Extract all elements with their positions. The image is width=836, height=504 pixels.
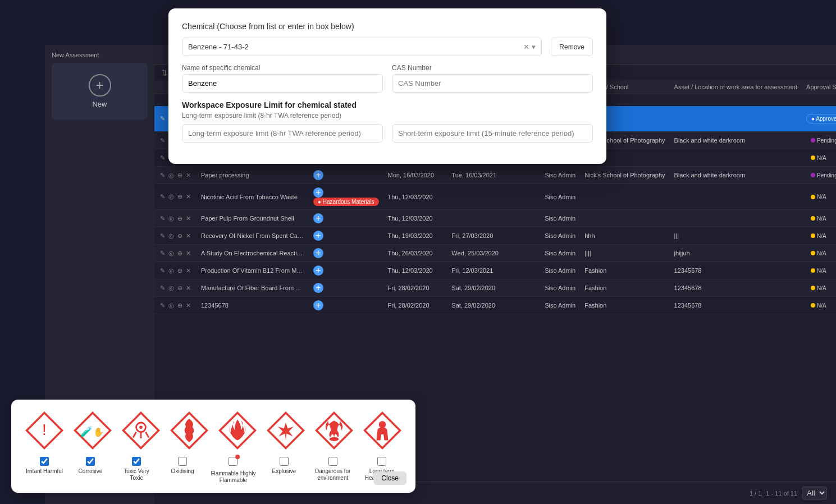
search-row-button[interactable]: ◎ <box>167 267 175 275</box>
chemical-name-input[interactable] <box>182 74 383 93</box>
wel-inputs-row <box>182 124 593 143</box>
new-assessment-button[interactable]: + <box>89 74 111 97</box>
add-row-button[interactable]: ⊕ <box>176 171 184 180</box>
corrosive-checkbox[interactable] <box>86 457 95 466</box>
add-row-button[interactable]: ⊕ <box>176 301 184 310</box>
col-status[interactable]: Approval Status <box>802 80 836 94</box>
cell-next-date: Sat, 29/02/2020 <box>447 297 540 314</box>
chemical-select-wrapper: Benzene - 71-43-2 ✕ ▾ <box>182 38 542 56</box>
cell-date: Fri, 28/02/2020 <box>383 280 447 297</box>
cell-status: ● Approved <box>802 106 836 132</box>
cell-tags: + <box>309 210 383 227</box>
dropdown-icon[interactable]: ▾ <box>532 43 536 51</box>
cas-number-input[interactable] <box>392 74 593 93</box>
delete-row-button[interactable]: ✕ <box>185 301 192 310</box>
environmental-checkbox[interactable] <box>328 457 337 466</box>
hazard-flammable <box>218 411 257 450</box>
hazard-toxic <box>121 411 161 450</box>
delete-row-button[interactable]: ✕ <box>185 249 192 258</box>
table-row: ✎ ◎ ⊕ ✕ Nicotinic Acid From Tobacco Wast… <box>154 184 836 210</box>
hazard-item-oxidising: Oxidising <box>163 457 202 484</box>
add-tag-button[interactable]: + <box>313 231 323 241</box>
irritant-checkbox[interactable] <box>40 457 49 466</box>
chemical-select-display[interactable]: Benzene - 71-43-2 ✕ ▾ <box>182 38 542 56</box>
cell-ref: 12345678 <box>197 297 309 314</box>
add-row-button[interactable]: ⊕ <box>176 214 184 223</box>
dialog-title: Chemical (Choose from list or enter in b… <box>182 22 593 31</box>
delete-row-button[interactable]: ✕ <box>185 284 192 292</box>
svg-marker-5 <box>124 413 159 448</box>
search-row-button[interactable]: ◎ <box>167 232 175 240</box>
edit-button[interactable]: ✎ <box>159 171 166 180</box>
new-assessment-card[interactable]: + New <box>52 63 148 120</box>
oxidising-checkbox[interactable] <box>178 457 187 466</box>
health-icon <box>363 411 402 450</box>
search-row-button[interactable]: ◎ <box>167 284 175 292</box>
cell-status: N/A <box>802 280 836 297</box>
explosive-checkbox[interactable] <box>280 457 289 466</box>
add-row-button[interactable]: ⊕ <box>176 193 184 201</box>
pagination-page: 1 / 1 <box>750 490 761 497</box>
search-row-button[interactable]: ◎ <box>167 301 175 310</box>
irritant-label: Irritant Harmful <box>26 468 63 475</box>
cell-status: N/A <box>802 184 836 210</box>
new-assessment-label: New <box>92 100 107 108</box>
add-tag-button[interactable]: + <box>313 187 323 198</box>
delete-row-button[interactable]: ✕ <box>185 267 192 275</box>
status-badge: N/A <box>806 284 831 292</box>
edit-button[interactable]: ✎ <box>159 154 166 162</box>
edit-button[interactable]: ✎ <box>159 301 166 310</box>
search-row-button[interactable]: ◎ <box>167 214 175 223</box>
cell-tags: + <box>309 245 383 262</box>
tag-badge: ● Hazardous Materials <box>313 198 379 206</box>
health-checkbox[interactable] <box>377 457 386 466</box>
delete-row-button[interactable]: ✕ <box>185 214 192 223</box>
cell-next-date: Wed, 25/03/2020 <box>447 245 540 262</box>
cas-field: CAS Number <box>392 64 593 93</box>
edit-button[interactable]: ✎ <box>159 267 166 275</box>
cell-tags: + <box>309 297 383 314</box>
col-asset[interactable]: Asset / Location of work area for assess… <box>670 80 802 94</box>
add-row-button[interactable]: ⊕ <box>176 267 184 275</box>
clear-icon[interactable]: ✕ <box>523 43 529 51</box>
edit-button[interactable]: ✎ <box>159 114 166 123</box>
svg-text:!: ! <box>42 421 47 438</box>
search-row-button[interactable]: ◎ <box>167 249 175 258</box>
search-row-button[interactable]: ◎ <box>167 193 175 201</box>
add-tag-button[interactable]: + <box>313 300 323 310</box>
add-tag-button[interactable]: + <box>313 265 323 276</box>
cell-ref: Paper processing <box>197 167 309 184</box>
close-button[interactable]: Close <box>373 471 406 485</box>
add-tag-button[interactable]: + <box>313 283 323 293</box>
add-row-button[interactable]: ⊕ <box>176 249 184 258</box>
edit-button[interactable]: ✎ <box>159 214 166 223</box>
cell-assessor: Siso Admin <box>540 262 580 280</box>
remove-button[interactable]: Remove <box>551 38 593 56</box>
add-tag-button[interactable]: + <box>313 248 323 258</box>
add-row-button[interactable]: ⊕ <box>176 284 184 292</box>
cell-assessor: Siso Admin <box>540 184 580 210</box>
status-badge: N/A <box>806 193 831 201</box>
edit-button[interactable]: ✎ <box>159 136 166 145</box>
edit-button[interactable]: ✎ <box>159 232 166 240</box>
add-tag-button[interactable]: + <box>313 170 323 180</box>
cell-date: Thu, 12/03/2020 <box>383 210 447 227</box>
add-row-button[interactable]: ⊕ <box>176 232 184 240</box>
add-tag-button[interactable]: + <box>313 213 323 223</box>
edit-button[interactable]: ✎ <box>159 249 166 258</box>
shortterm-input[interactable] <box>392 124 593 143</box>
delete-row-button[interactable]: ✕ <box>185 171 192 180</box>
delete-row-button[interactable]: ✕ <box>185 232 192 240</box>
toxic-checkbox[interactable] <box>132 457 141 466</box>
longterm-input[interactable] <box>182 124 383 143</box>
search-row-button[interactable]: ◎ <box>167 171 175 180</box>
cell-asset: 12345678 <box>670 262 802 280</box>
edit-button[interactable]: ✎ <box>159 284 166 292</box>
cell-tags: + <box>309 262 383 280</box>
pagination-size-select[interactable]: All <box>802 487 827 500</box>
edit-button[interactable]: ✎ <box>159 193 166 201</box>
cell-date: Thu, 12/03/2020 <box>383 184 447 210</box>
sort-icon[interactable]: ⇅ <box>161 68 167 77</box>
flammable-label: Flammable Highly Flammable <box>209 470 258 484</box>
delete-row-button[interactable]: ✕ <box>185 193 192 201</box>
